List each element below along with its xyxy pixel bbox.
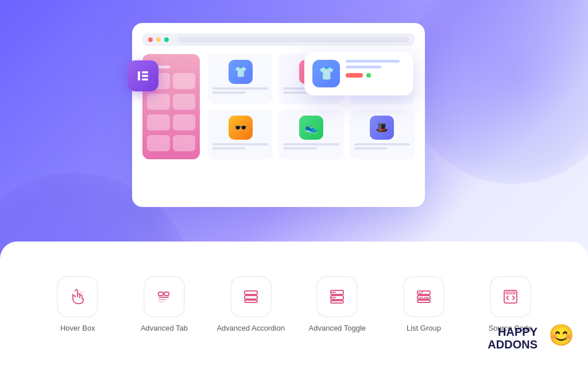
features-grid: Hover Box Advanced Tab [34,276,554,334]
hand-icon [67,286,88,307]
sidebar-cell [147,135,170,151]
sidebar-cell [173,73,196,89]
feature-advanced-tab[interactable]: Advanced Tab [127,276,202,334]
svg-point-5 [83,291,84,293]
product-icon-1: 👕 [229,60,253,84]
elementor-badge [127,60,158,91]
advanced-tab-label: Advanced Tab [141,323,188,334]
advanced-accordion-label: Advanced Accordion [216,323,285,334]
product-bars-5 [283,143,339,150]
toggle-bar [346,73,363,78]
svg-rect-22 [417,300,430,302]
product-icon-5: 👟 [299,116,323,140]
feature-advanced-accordion[interactable]: Advanced Accordion [214,276,288,334]
product-icon-6: 🎩 [370,116,394,140]
sidebar-row-4 [147,135,195,151]
product-bar [212,91,246,94]
browser-dot-red [148,37,153,42]
product-bar [212,87,268,90]
advanced-toggle-label: Advanced Toggle [309,323,366,334]
browser-dot-green [164,37,169,42]
product-bar [354,147,388,150]
svg-rect-12 [245,296,257,299]
product-bar [354,143,410,145]
product-card-5: 👟 [278,110,343,160]
sidebar-cell [147,94,170,110]
product-bar [283,143,339,145]
svg-rect-10 [158,301,164,302]
feature-hover-box[interactable]: Hover Box [40,276,115,334]
product-bars-6 [354,143,410,150]
svg-rect-2 [142,75,148,77]
logo-emoji: 😊 [548,323,574,347]
logo-text: HAPPY ADDONS [488,325,537,351]
accordion-icon [241,286,261,307]
popup-product-icon: 👕 [312,60,340,87]
popup-toggle-row [346,73,405,78]
svg-rect-7 [164,292,169,296]
feature-advanced-toggle[interactable]: Advanced Toggle [300,276,374,334]
advanced-tab-icon-box [144,276,185,317]
list-group-icon-box [403,276,444,317]
sidebar-cell [147,114,170,131]
happy-addons-logo: HAPPY ADDONS 😊 [488,325,565,351]
code-icon [500,286,521,307]
popup-line-2 [346,66,381,68]
product-bars-4 [212,143,268,150]
product-card-1: 👕 [208,54,273,104]
svg-point-4 [80,292,82,294]
sidebar-cell [173,114,196,131]
svg-rect-26 [506,292,515,294]
feature-list-group[interactable]: List Group [386,276,461,334]
product-icon-4: 🕶️ [229,116,253,140]
toggle-icon [327,286,347,307]
product-card-4: 🕶️ [208,110,273,160]
sidebar-row-2 [147,94,195,110]
tab-icon [154,286,175,307]
sidebar-cell [173,135,196,151]
sidebar-row-3 [147,114,195,131]
product-bar [283,147,316,150]
features-section: Hover Box Advanced Tab [0,241,588,368]
popup-line-1 [346,60,400,63]
logo-line-1: HAPPY [498,325,537,338]
browser-card: 👕 👗 👒 [132,23,425,207]
svg-rect-0 [138,71,140,80]
popup-content [346,60,405,78]
browser-dot-yellow [156,37,161,42]
svg-rect-3 [142,79,148,81]
logo-line-2: ADDONS [488,338,537,351]
svg-rect-1 [142,71,148,74]
svg-rect-13 [245,300,257,302]
product-bars-1 [212,87,268,94]
product-bar [212,143,268,145]
svg-rect-17 [331,301,343,303]
browser-address-bar [177,37,409,43]
svg-rect-6 [158,292,163,296]
toggle-dot [366,73,371,78]
browser-topbar [142,33,415,46]
svg-rect-11 [245,291,257,294]
list-icon [413,286,434,307]
popup-card: 👕 [304,52,413,95]
svg-rect-8 [158,297,169,298]
hover-box-icon-box [57,276,98,317]
advanced-accordion-icon-box [230,276,272,317]
advanced-toggle-icon-box [316,276,358,317]
source-code-icon-box [490,276,531,317]
list-group-label: List Group [407,323,441,334]
hover-box-label: Hover Box [60,323,95,334]
product-card-6: 🎩 [350,110,415,160]
svg-rect-9 [158,299,167,300]
product-bar [212,147,246,150]
sidebar-cell [173,94,196,110]
